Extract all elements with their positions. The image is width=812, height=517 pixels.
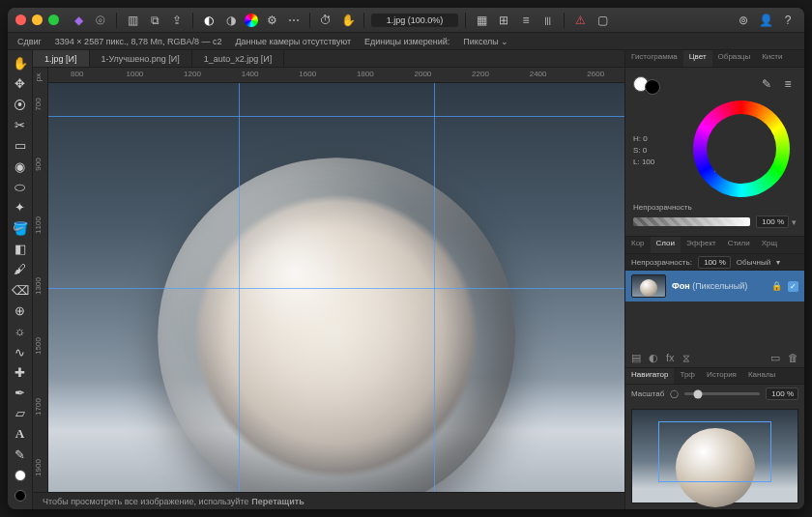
layer-type: (Пиксельный) [692,281,747,291]
canvas[interactable] [48,83,624,492]
close-window-button[interactable] [15,14,26,25]
lock-icon[interactable]: 🔒 [771,281,782,291]
crop-tool[interactable]: ✂ [11,116,30,134]
pen-tool[interactable]: ✒ [11,384,30,402]
erase-tool[interactable]: ⌫ [11,280,30,299]
swatch-icon[interactable]: ▢ [594,12,611,29]
dimensions-readout: 3394 × 2587 пикс., 8,78 Мп, RGBA/8 — c2 [55,37,222,46]
snap-icon[interactable]: ⊞ [495,12,512,29]
color-wheel[interactable] [693,101,790,197]
gear-icon[interactable]: ⚙ [263,12,280,29]
ruler-tick-label: 2600 [587,70,604,78]
opacity-slider[interactable] [633,217,750,226]
layer-opacity-value[interactable]: 100 % [698,256,731,269]
guide-vertical[interactable] [434,83,435,492]
zoom-value[interactable]: 100 % [766,388,798,400]
grid-icon[interactable]: ▦ [473,12,490,29]
tab-stock[interactable]: Хрщ [756,237,783,253]
mask-icon[interactable]: ▤ [631,352,641,364]
ruler-tick-label: 800 [71,70,83,78]
distribute-icon[interactable]: ⫼ [539,12,557,29]
text-tool[interactable]: A [11,425,30,444]
background-swatch[interactable] [11,487,30,505]
guide-vertical[interactable] [239,83,240,492]
align-icon[interactable]: ≡ [517,12,535,29]
tab-styles[interactable]: Стили [722,237,756,253]
units-dropdown[interactable]: Пикселы ⌄ [463,37,508,46]
zoom-slider[interactable] [684,392,760,395]
tab-layers[interactable]: Слои [651,237,681,253]
tab-histogram[interactable]: Гистограмма [625,50,683,67]
tab-transform[interactable]: Трф [674,368,700,384]
document-tab[interactable]: 1.jpg [И] [33,50,90,67]
fx-icon[interactable]: fx [666,352,675,363]
horizontal-ruler[interactable]: 800100012001400160018002000220024002600 [48,68,624,83]
foreground-swatch[interactable] [11,466,30,484]
blend-mode-dropdown[interactable]: Обычный [737,258,770,267]
adjustment-icon[interactable]: ◐ [649,352,658,364]
layer-row[interactable]: Фон (Пиксельный) 🔒 ✓ [625,271,804,302]
zoom-window-button[interactable] [48,14,59,25]
move-tool[interactable]: ✥ [11,74,30,93]
account-icon[interactable]: 👤 [757,12,774,29]
delete-layer-icon[interactable]: 🗑 [788,352,798,363]
shape-tool[interactable]: ▱ [11,404,30,422]
share-icon[interactable]: ⇪ [168,12,186,29]
open-icon[interactable]: ▥ [124,12,141,29]
selection-brush-tool[interactable]: ⬭ [11,178,30,196]
tab-brushes[interactable]: Кисти [756,50,788,67]
zoom-out-icon[interactable]: ◯ [670,389,679,398]
eyedropper-tool[interactable]: ✎ [11,445,30,464]
fill-tool[interactable]: 🪣 [11,219,30,238]
document-tab[interactable]: 1-Улучшено.png [И] [90,50,192,67]
tab-history[interactable]: История [701,368,742,384]
tab-effects[interactable]: Эффект [681,237,722,253]
secondary-color-swatch[interactable] [645,79,660,95]
panel-menu-icon[interactable]: ≡ [779,75,797,93]
chevron-down-icon[interactable]: ▾ [792,217,797,227]
marquee-tool[interactable]: ▭ [11,136,30,155]
gradient-tool[interactable]: ◧ [11,240,30,258]
layers-icon[interactable]: ⧉ [146,12,163,29]
palette-icon[interactable] [245,14,258,27]
hue-icon[interactable]: ◐ [200,12,218,29]
tool-palette: ✋ ✥ ⦿ ✂ ▭ ◉ ⬭ ✦ 🪣 ◧ 🖌 ⌫ ⊕ ☼ ∿ ✚ ✒ ▱ A ✎ [8,50,33,509]
document-tab[interactable]: 1_auto_x2.jpg [И] [192,50,285,67]
navigator-thumbnail[interactable] [631,409,798,503]
tab-swatches[interactable]: Образцы [712,50,757,67]
tab-channels[interactable]: Каналы [742,368,781,384]
warning-icon[interactable]: ⚠ [571,12,589,29]
eyedropper-icon[interactable]: ✎ [758,75,775,93]
smudge-tool[interactable]: ∿ [11,342,30,360]
more-icon[interactable]: ⋯ [285,12,303,29]
timer-icon[interactable]: ⏱ [317,12,334,29]
assistant-icon[interactable]: ⊚ [735,12,752,29]
heal-tool[interactable]: ✚ [11,363,30,382]
color-triangle[interactable] [714,126,768,172]
clone-tool[interactable]: ⊕ [11,302,30,320]
contrast-icon[interactable]: ◑ [222,12,240,29]
navigator-viewport-box[interactable] [658,421,770,482]
minimize-window-button[interactable] [32,14,43,25]
tab-color[interactable]: Цвет [683,50,712,67]
dodge-tool[interactable]: ☼ [11,322,30,340]
hand-icon[interactable]: ✋ [339,12,357,29]
help-icon[interactable]: ? [779,12,797,29]
guide-horizontal[interactable] [48,116,624,117]
add-layer-icon[interactable]: ▭ [770,352,780,364]
live-filter-icon[interactable]: ⧖ [682,352,690,364]
color-picker-tool[interactable]: ⦿ [11,96,30,114]
lasso-tool[interactable]: ◉ [11,158,30,176]
guide-horizontal[interactable] [48,288,624,289]
flood-select-tool[interactable]: ✦ [11,198,30,216]
vertical-ruler[interactable]: px 70090011001300150017001900 [33,68,48,492]
visibility-checkbox[interactable]: ✓ [788,281,798,292]
document-title[interactable]: 1.jpg (100.0%) [371,14,458,27]
tab-navigator[interactable]: Навигатор [625,368,674,384]
ruler-tick-label: 1600 [299,70,316,78]
persona-picker[interactable]: ⦾ [92,12,109,29]
brush-tool[interactable]: 🖌 [11,260,30,278]
tab-adjustments[interactable]: Кор [625,237,651,253]
opacity-value[interactable]: 100 % [756,215,789,228]
hand-tool[interactable]: ✋ [11,54,30,72]
